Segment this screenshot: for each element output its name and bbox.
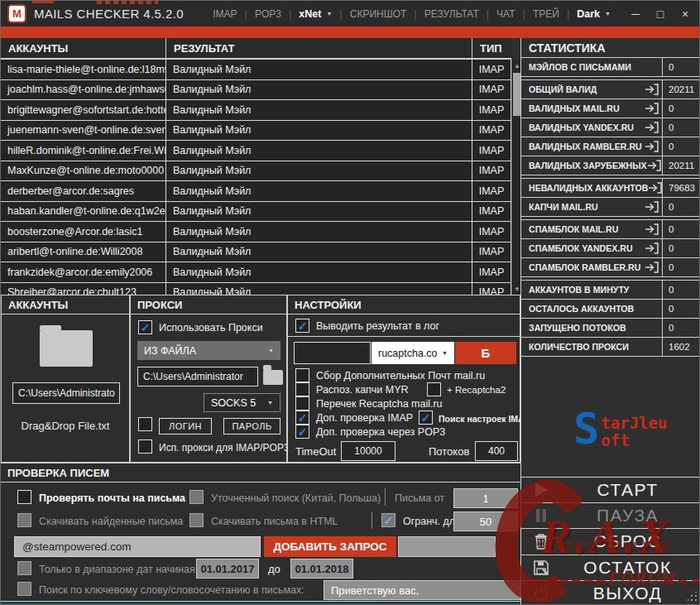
close-button[interactable]: ×: [673, 1, 698, 26]
column-header-type[interactable]: ТИП: [472, 38, 511, 58]
menu-item-pop3[interactable]: POP3: [247, 8, 289, 20]
pop3-limit-field[interactable]: 50: [453, 511, 518, 531]
download-html-checkbox[interactable]: [189, 513, 204, 527]
table-row[interactable]: frankzidek@arcor.de:emily2006Валидный Мэ…: [1, 262, 511, 283]
proxy-source-dropdown[interactable]: ИЗ ФАЙЛА▼: [137, 341, 280, 360]
menu-item-результат[interactable]: РЕЗУЛЬТАТ: [417, 8, 487, 20]
остаток-action-button[interactable]: ОСТАТОК: [521, 555, 700, 580]
menu-item-скриншот[interactable]: СКРИНШОТ: [343, 8, 415, 20]
menu-item-imap[interactable]: IMAP: [205, 8, 244, 20]
menu-item-трей[interactable]: ТРЕЙ: [525, 8, 567, 20]
сброс-action-button[interactable]: СБРОС: [521, 528, 700, 554]
pop3-check-checkbox[interactable]: [295, 425, 309, 439]
export-icon[interactable]: [645, 223, 659, 235]
query-field[interactable]: @steampowered.com: [14, 536, 261, 557]
imap-pop-search-checkbox[interactable]: [419, 411, 433, 425]
export-icon[interactable]: [645, 201, 659, 213]
use-proxy-imap-pop3-checkbox[interactable]: [138, 439, 152, 454]
table-row[interactable]: lisa-marie-thiele@t-online.de:l18m9tВали…: [1, 60, 511, 80]
timeout-field[interactable]: 10000: [341, 441, 396, 461]
menu-item-чат[interactable]: ЧАТ: [489, 8, 522, 20]
proxy-password-button[interactable]: ПАРОЛЬ: [223, 418, 280, 435]
stat-row: ВАЛИДНЫХ ЗАРУБЕЖНЫХ20211: [521, 156, 700, 175]
выход-action-button[interactable]: ВЫХОД: [521, 580, 700, 605]
export-icon[interactable]: [645, 242, 659, 254]
resize-grip[interactable]: [688, 592, 698, 602]
accounts-path-field[interactable]: C:\Users\Administrato: [12, 382, 120, 404]
maximize-button[interactable]: □: [648, 1, 673, 26]
export-icon[interactable]: [645, 262, 659, 273]
stat-row: АККАУНТОВ В МИНУТУ0: [521, 281, 700, 300]
stat-value: 0: [662, 281, 700, 299]
table-row[interactable]: brigittewagner@sofortstart.de:hotte4Вали…: [1, 100, 511, 121]
minimize-button[interactable]: ─: [623, 1, 648, 26]
export-icon[interactable]: [645, 122, 659, 133]
check-mail-checkbox[interactable]: [17, 490, 31, 504]
threads-field[interactable]: 400: [475, 441, 518, 461]
stat-value: 0: [662, 220, 700, 238]
cell-type: IMAP: [472, 141, 511, 161]
proxy-browse-folder-icon[interactable]: [263, 370, 283, 385]
refined-search-label: Уточненный поиск (Китай, Польша): [211, 492, 381, 504]
stat-value: 0: [662, 258, 700, 276]
menu-item-xnet[interactable]: xNet▼: [291, 8, 339, 20]
export-icon[interactable]: [645, 103, 659, 114]
stat-label: КАПЧИ MAIL.RU: [521, 198, 662, 216]
keyword-search-checkbox[interactable]: [17, 582, 31, 596]
proxy-auth-checkbox[interactable]: [138, 417, 152, 431]
export-icon[interactable]: [648, 182, 662, 194]
stat-label: СПАМБЛОК RAMBLER.RU: [521, 258, 662, 276]
refined-search-checkbox[interactable]: [189, 490, 204, 504]
collect-extra-mail-checkbox[interactable]: [295, 368, 309, 382]
log-output-checkbox[interactable]: [295, 319, 309, 333]
proxy-login-button[interactable]: ЛОГИН: [159, 418, 212, 435]
cell-result: Валидный Мэйл: [166, 60, 472, 79]
balance-button[interactable]: Б: [455, 342, 516, 364]
export-icon[interactable]: [647, 160, 661, 171]
recaptcha2-checkbox[interactable]: [427, 382, 441, 396]
perechek-recaptcha-checkbox[interactable]: [295, 396, 309, 411]
stat-value: 0: [662, 137, 700, 156]
table-row[interactable]: joachlm.hass@t-online.de:jmhaws00Валидны…: [1, 80, 511, 101]
letters-from-field[interactable]: 1: [453, 488, 518, 508]
download-letters-checkbox[interactable]: [17, 513, 31, 527]
letters-from-label: Письма от: [395, 492, 444, 504]
column-header-accounts[interactable]: АККАУНТЫ: [1, 38, 166, 58]
table-row[interactable]: boosterzone@Arcor.de:lasic1Валидный Мэйл…: [1, 222, 511, 242]
proxy-type-dropdown[interactable]: SOCKS 5▼: [204, 393, 280, 412]
export-icon[interactable]: [645, 141, 659, 152]
stat-row: ВАЛИДНЫХ RAMBLER.RU0: [521, 137, 700, 156]
menu-item-label: СКРИНШОТ: [350, 8, 407, 20]
export-icon[interactable]: [645, 84, 659, 95]
captcha-key-field[interactable]: [294, 342, 371, 364]
date-from-field[interactable]: 01.01.2017: [196, 559, 259, 579]
accounts-panel: АККАУНТЫ C:\Users\Administrato Drag&Drop…: [1, 295, 130, 463]
table-row[interactable]: aribertl@t-online.de:Willi2008Валидный М…: [1, 242, 511, 263]
date-range-checkbox[interactable]: [17, 561, 31, 575]
keyword-field[interactable]: Приветствую вас,: [324, 580, 520, 600]
cell-type: IMAP: [472, 222, 511, 242]
captcha-service-dropdown[interactable]: rucaptcha.co▼: [372, 342, 454, 364]
add-query-button[interactable]: ДОБАВИТЬ ЗАПРОС: [264, 536, 396, 557]
старт-action-button[interactable]: СТАРТ: [521, 477, 700, 502]
table-row[interactable]: Shreiber@arcor.de:chult123Валидный МэйлI…: [1, 283, 511, 295]
folder-icon[interactable]: [40, 330, 93, 367]
table-row[interactable]: juenemann-sven@t-online.de:sven20Валидны…: [1, 121, 511, 142]
table-row[interactable]: hilleR.dominik@t-online.de:Frei.WildВали…: [1, 141, 511, 161]
table-row[interactable]: haban.kandler@t-online.de:q1w2e3r4Валидн…: [1, 202, 511, 223]
myr-captcha-checkbox[interactable]: [295, 382, 309, 396]
menu-item-dark[interactable]: Dark▼: [569, 8, 618, 20]
column-header-result[interactable]: РЕЗУЛЬТАТ: [166, 38, 472, 58]
empty-query-slot[interactable]: [398, 536, 496, 557]
date-to-field[interactable]: 01.01.2018: [290, 559, 353, 579]
pop3-limit-checkbox[interactable]: [381, 513, 396, 527]
table-row[interactable]: derberber@arcor.de:sagresВалидный МэйлIM…: [1, 181, 511, 202]
cell-type: IMAP: [472, 202, 511, 222]
cell-account: haban.kandler@t-online.de:q1w2e3r4: [1, 202, 166, 222]
imap-check-checkbox[interactable]: [295, 411, 309, 425]
пауза-action-button[interactable]: ПАУЗА: [521, 502, 700, 528]
proxy-path-field[interactable]: C:\Users\Administrator: [137, 367, 258, 387]
table-row[interactable]: MaxKunze@t-online.de:moto0000Валидный Мэ…: [1, 161, 511, 182]
download-letters-label: Скачивать найденные письма: [39, 516, 183, 527]
use-proxy-checkbox[interactable]: [138, 320, 152, 334]
